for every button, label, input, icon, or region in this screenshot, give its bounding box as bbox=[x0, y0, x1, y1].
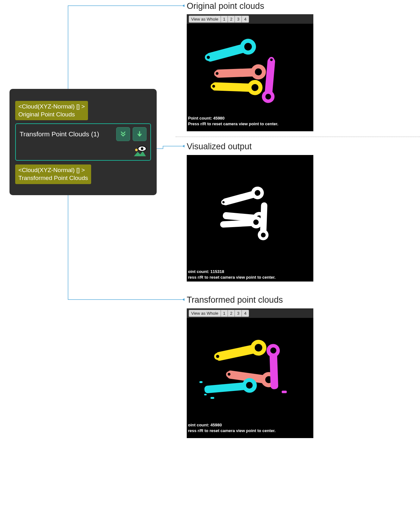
input-port[interactable]: <Cloud(XYZ-Normal) [] > Original Point C… bbox=[15, 101, 88, 120]
transformed-point-cloud-viewer: View as Whole 1 2 3 4 bbox=[187, 308, 313, 438]
output-port[interactable]: <Cloud(XYZ-Normal) [] > Transformed Poin… bbox=[15, 164, 91, 184]
visualized-output-viewer: oint count: 115318 ress r/R to reset cam… bbox=[187, 155, 313, 282]
section-divider bbox=[176, 137, 420, 137]
viewer-canvas[interactable]: Point count: 45980 Press r/R to reset ca… bbox=[187, 24, 313, 128]
svg-point-8 bbox=[141, 147, 143, 150]
svg-marker-4 bbox=[182, 298, 185, 301]
viewer-toolbar: View as Whole 1 2 3 4 bbox=[187, 308, 313, 318]
visualize-output-icon[interactable] bbox=[133, 146, 147, 157]
run-all-button[interactable] bbox=[116, 127, 130, 141]
reset-hint-text: ress r/R to reset camera view point to c… bbox=[188, 428, 276, 434]
point-count-text: oint count: 115318 bbox=[188, 269, 276, 275]
noise-dot bbox=[282, 391, 287, 393]
view-tab-3[interactable]: 3 bbox=[235, 15, 242, 23]
view-tab-3[interactable]: 3 bbox=[235, 310, 242, 317]
input-port-type: <Cloud(XYZ-Normal) [] > bbox=[18, 103, 85, 111]
double-chevron-down-icon bbox=[119, 130, 127, 138]
view-tab-2[interactable]: 2 bbox=[228, 15, 235, 23]
visualized-output-label: Visualized output bbox=[187, 142, 252, 152]
run-step-button[interactable] bbox=[133, 127, 147, 141]
input-port-label: Original Point Clouds bbox=[18, 111, 85, 119]
point-count-text: Point count: 45980 bbox=[188, 115, 278, 121]
view-as-whole-button[interactable]: View as Whole bbox=[189, 310, 221, 317]
step-title: Transform Point Clouds (1) bbox=[20, 130, 99, 138]
output-port-type: <Cloud(XYZ-Normal) [] > bbox=[18, 166, 88, 174]
viewer-footer: oint count: 115318 ress r/R to reset cam… bbox=[188, 269, 276, 280]
arrow-down-icon bbox=[136, 130, 143, 138]
viewer-canvas[interactable]: oint count: 115318 ress r/R to reset cam… bbox=[187, 155, 313, 282]
view-tab-4[interactable]: 4 bbox=[241, 310, 249, 317]
reset-hint-text: Press r/R to reset camera view point to … bbox=[188, 121, 278, 127]
svg-point-6 bbox=[135, 149, 138, 151]
viewer-canvas[interactable]: oint count: 45980 ress r/R to reset came… bbox=[187, 318, 313, 435]
output-port-label: Transformed Point Clouds bbox=[18, 174, 88, 182]
svg-marker-2 bbox=[182, 145, 185, 147]
reset-hint-text: ress r/R to reset camera view point to c… bbox=[188, 275, 276, 280]
noise-dot bbox=[199, 381, 203, 383]
transform-node-panel: <Cloud(XYZ-Normal) [] > Original Point C… bbox=[9, 89, 157, 195]
view-tab-2[interactable]: 2 bbox=[228, 310, 235, 317]
eye-over-image-icon bbox=[133, 146, 147, 157]
noise-dot bbox=[210, 397, 214, 399]
original-point-cloud-viewer: View as Whole 1 2 3 4 bbox=[187, 14, 313, 131]
viewer-footer: oint count: 45980 ress r/R to reset came… bbox=[188, 422, 276, 434]
view-as-whole-button[interactable]: View as Whole bbox=[189, 15, 221, 23]
viewer-toolbar: View as Whole 1 2 3 4 bbox=[187, 14, 313, 24]
transformed-point-clouds-label: Transformed point clouds bbox=[187, 295, 283, 305]
viewer-footer: Point count: 45980 Press r/R to reset ca… bbox=[188, 115, 278, 127]
point-count-text: oint count: 45980 bbox=[188, 422, 276, 428]
view-tab-1[interactable]: 1 bbox=[221, 15, 228, 23]
view-tab-1[interactable]: 1 bbox=[221, 310, 228, 317]
step-box[interactable]: Transform Point Clouds (1) bbox=[15, 123, 151, 161]
original-point-clouds-label: Original point clouds bbox=[187, 1, 264, 11]
noise-dot bbox=[204, 394, 207, 395]
svg-marker-0 bbox=[182, 4, 185, 7]
view-tab-4[interactable]: 4 bbox=[241, 15, 249, 23]
